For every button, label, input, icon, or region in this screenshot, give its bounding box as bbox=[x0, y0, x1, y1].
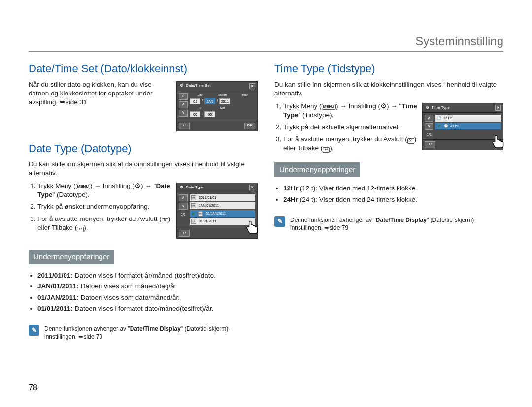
gear-icon: ⚙ bbox=[425, 105, 430, 110]
close-icon[interactable]: ✕ bbox=[495, 105, 501, 111]
ok-button[interactable]: OK bbox=[244, 123, 255, 129]
info-note: ✎ Denne funksjonen avhenger av "Date/Tim… bbox=[274, 216, 503, 232]
list-item[interactable]: ✔🕑24 Hr bbox=[435, 123, 501, 129]
section-title-datetime-set: Date/Time Set (Dato/klokkeinnst) bbox=[29, 62, 258, 76]
label-year: Year bbox=[234, 93, 255, 97]
section-title-date-type: Date Type (Datotype) bbox=[29, 141, 258, 156]
datetime-set-description: Når du stiller dato og klokken, kan du v… bbox=[29, 80, 171, 107]
gear-icon: ⚙ bbox=[380, 102, 387, 110]
back-icon: ↩ bbox=[77, 227, 84, 232]
info-note: ✎ Denne funksjonen avhenger av "Date/Tim… bbox=[29, 325, 258, 341]
page-number: 78 bbox=[29, 383, 37, 392]
up-arrow-icon[interactable]: ∧ bbox=[179, 194, 188, 201]
down-arrow-icon[interactable]: ∨ bbox=[425, 123, 433, 130]
close-icon: ✕ bbox=[162, 218, 168, 223]
check-icon: ✔ bbox=[437, 124, 442, 128]
list-item[interactable]: ▭JAN/01/2011 bbox=[190, 202, 255, 209]
label-month: Month bbox=[212, 93, 233, 97]
gear-icon: ⚙ bbox=[179, 185, 184, 190]
list-item: JAN/01/2011: Datoen vises som måned/dag/… bbox=[37, 282, 258, 291]
section-title-time-type: Time Type (Tidstype) bbox=[274, 62, 503, 76]
date-type-options-list: 2011/01/01: Datoen vises i formatet år/m… bbox=[37, 271, 258, 313]
device-title: Date Type bbox=[186, 185, 203, 190]
menu-pill-icon: MENU bbox=[322, 104, 336, 110]
label-day: Day bbox=[190, 93, 210, 97]
down-arrow-icon[interactable]: ∨ bbox=[179, 110, 188, 117]
date-type-intro: Du kan stille inn skjermen slik at datoi… bbox=[29, 160, 258, 178]
field-min[interactable]: 00 bbox=[204, 111, 215, 117]
down-arrow-icon[interactable]: ∨ bbox=[179, 203, 188, 210]
page-header-title: Systeminnstilling bbox=[29, 34, 503, 51]
page-indicator: 1/1 bbox=[181, 212, 186, 217]
back-icon[interactable]: ↩ bbox=[425, 141, 435, 148]
info-icon: ✎ bbox=[29, 325, 39, 336]
page-indicator: 1/1 bbox=[427, 132, 432, 137]
close-icon[interactable]: ✕ bbox=[249, 185, 255, 190]
gear-icon: ⚙ bbox=[134, 182, 141, 189]
info-icon: ✎ bbox=[274, 216, 285, 227]
list-item: 01/01/2011: Datoen vises i formatet dato… bbox=[37, 304, 258, 313]
submenu-heading: Undermenyoppføringer bbox=[274, 162, 360, 177]
field-year[interactable]: 2011 bbox=[219, 98, 230, 104]
list-item[interactable]: ✔▭01/JAN/2011 bbox=[190, 210, 255, 217]
menu-pill-icon: MENU bbox=[76, 184, 91, 189]
check-icon: ✔ bbox=[191, 211, 196, 216]
device-title: Time Type bbox=[432, 105, 450, 111]
back-icon[interactable]: ↩ bbox=[179, 230, 190, 237]
close-icon: ✕ bbox=[407, 138, 414, 144]
gear-icon: ⚙ bbox=[179, 84, 184, 89]
time-type-options-list: 12Hr (12 t): Viser tiden med 12-timers k… bbox=[283, 184, 503, 204]
field-month[interactable]: JAN bbox=[204, 98, 215, 104]
field-day[interactable]: 01 bbox=[190, 98, 200, 104]
back-icon: ↩ bbox=[323, 147, 330, 153]
label-hr: Hr bbox=[190, 106, 210, 110]
list-item[interactable]: ▭2011/01/01 bbox=[190, 194, 255, 201]
label-min: Min bbox=[212, 106, 233, 110]
clock-icon: 🕑 bbox=[444, 124, 448, 128]
list-item[interactable]: 🕑12 Hr bbox=[435, 115, 501, 122]
back-icon[interactable]: ↩ bbox=[179, 123, 190, 129]
list-item: 01/JAN/2011: Datoen vises som dato/måned… bbox=[37, 293, 258, 302]
list-item: 12Hr (12 t): Viser tiden med 12-timers k… bbox=[283, 184, 503, 193]
device-screenshot-datetime-set: ⚙ Date/Time Set ✕ ⌂ ∧ ∨ bbox=[176, 81, 258, 131]
up-arrow-icon[interactable]: ∧ bbox=[179, 101, 188, 108]
list-item[interactable]: ▭01/01/2011 bbox=[190, 218, 255, 225]
device-screenshot-date-type: ⚙ Date Type ✕ ∧ ∨ 1/1 ▭2011/01/01 ▭JAN/0… bbox=[176, 183, 258, 239]
clock-icon: 🕑 bbox=[437, 116, 441, 120]
up-arrow-icon[interactable]: ∧ bbox=[425, 115, 433, 122]
list-item: 24Hr (24 t): Viser tiden med 24-timers k… bbox=[283, 195, 503, 204]
field-hr[interactable]: 00 bbox=[190, 111, 200, 117]
list-item: 2011/01/01: Datoen vises i formatet år/m… bbox=[37, 271, 258, 280]
time-type-intro: Du kan stille inn skjermen slik at klokk… bbox=[274, 80, 503, 98]
submenu-heading: Undermenyoppføringer bbox=[29, 250, 114, 264]
home-icon[interactable]: ⌂ bbox=[179, 93, 188, 100]
device-screenshot-time-type: ⚙ Time Type ✕ ∧ ∨ 1/1 🕑12 Hr ✔🕑24 Hr bbox=[422, 103, 503, 150]
close-icon[interactable]: ✕ bbox=[249, 83, 255, 89]
device-title: Date/Time Set bbox=[186, 83, 211, 89]
